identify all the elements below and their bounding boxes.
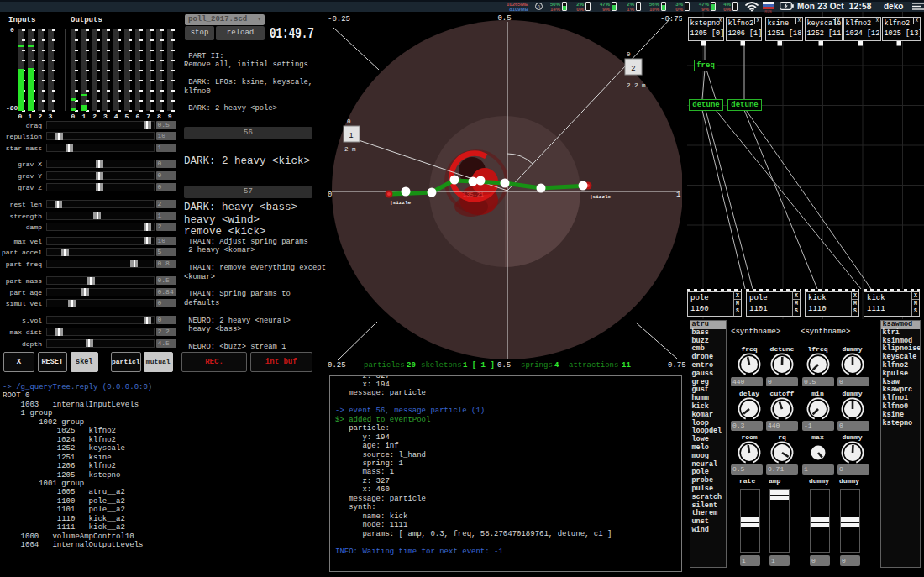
- svg-text:|sizzle: |sizzle: [390, 200, 412, 206]
- svg-text:2.2 m: 2.2 m: [627, 82, 646, 89]
- svg-text:2: 2: [631, 65, 635, 73]
- svg-text:-0.5: -0.5: [493, 14, 512, 23]
- svg-text:2 m: 2 m: [344, 146, 356, 153]
- svg-text:1: 1: [676, 191, 680, 199]
- svg-text:0: 0: [328, 191, 332, 199]
- svg-text:-0.25: -0.25: [328, 15, 350, 24]
- svg-text:1: 1: [349, 132, 353, 140]
- svg-text:0: 0: [627, 51, 631, 58]
- svg-text:0: 0: [347, 118, 351, 125]
- svg-text:|sizzle: |sizzle: [590, 194, 612, 200]
- svg-text:135-21: 135-21: [463, 191, 484, 198]
- svg-text:-0.75: -0.75: [660, 15, 682, 24]
